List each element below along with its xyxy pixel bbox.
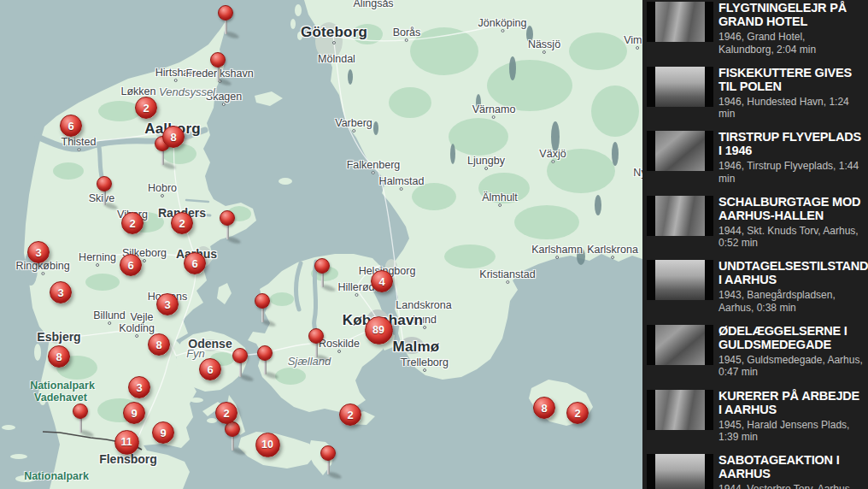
video-title: SCHALBURGTAGE MOD AARHUS-HALLEN <box>718 195 863 222</box>
map-pin[interactable] <box>320 445 336 481</box>
map-pin[interactable] <box>225 421 240 457</box>
pin-head-icon <box>232 348 248 363</box>
video-thumbnail <box>647 325 713 365</box>
video-item[interactable]: ØDELÆGGELSERNE I GULDSMEDEGADE1945, Guld… <box>647 324 868 389</box>
video-item[interactable]: FLYGTNINGELEJR PÅ GRAND HOTEL1946, Grand… <box>647 1 868 66</box>
video-still-image <box>655 454 705 489</box>
video-title: SABOTAGEAKTION I AARHUS <box>718 453 863 480</box>
video-text: TIRSTRUP FLYVEPLADS I 19461946, Tirstrup… <box>718 130 863 185</box>
video-text: SCHALBURGTAGE MOD AARHUS-HALLEN1944, Skt… <box>718 195 863 250</box>
map-pin[interactable] <box>257 345 273 381</box>
video-still-image <box>655 325 705 365</box>
video-still-image <box>655 131 705 171</box>
video-still-image <box>655 260 705 300</box>
video-item[interactable]: UNDTAGELSESTILSTAND I AARHUS1943, Banegå… <box>647 259 868 324</box>
map-cluster-marker[interactable]: 3 <box>156 293 179 315</box>
video-meta: 1943, Banegårdspladsen, Aarhus, 0:38 min <box>718 289 863 314</box>
map-cluster-marker[interactable]: 89 <box>365 316 393 345</box>
map-cluster-marker[interactable]: 4 <box>371 270 393 292</box>
video-text: SABOTAGEAKTION I AARHUS1944, Vesterbro T… <box>718 453 863 489</box>
pin-head-icon <box>218 5 233 21</box>
video-thumbnail <box>647 454 713 489</box>
map-cluster-marker[interactable]: 3 <box>27 241 50 263</box>
map-cluster-marker[interactable]: 6 <box>60 115 82 137</box>
video-text: ØDELÆGGELSERNE I GULDSMEDEGADE1945, Guld… <box>718 324 863 379</box>
pin-head-icon <box>257 345 273 361</box>
app-root: AlingsåsGöteborgMölndalBoråsJönköpingNäs… <box>0 0 868 489</box>
map-cluster-marker[interactable]: 2 <box>339 404 361 426</box>
map-cluster-marker[interactable]: 2 <box>566 402 589 424</box>
video-meta: 1945, Harald Jensens Plads, 1:39 min <box>718 419 863 444</box>
video-still-image <box>655 2 705 42</box>
video-meta: 1946, Hundested Havn, 1:24 min <box>718 96 863 121</box>
video-title: FISKEKUTTERE GIVES TIL POLEN <box>718 66 863 93</box>
map-cluster-marker[interactable]: 6 <box>199 358 221 380</box>
video-text: FLYGTNINGELEJR PÅ GRAND HOTEL1946, Grand… <box>718 1 863 56</box>
map-pin[interactable] <box>308 328 324 364</box>
pin-head-icon <box>210 52 226 68</box>
video-title: KURERER PÅ ARBEJDE I AARHUS <box>718 389 863 416</box>
video-sidebar: FLYGTNINGELEJR PÅ GRAND HOTEL1946, Grand… <box>642 0 868 489</box>
video-text: FISKEKUTTERE GIVES TIL POLEN1946, Hundes… <box>718 66 863 121</box>
pin-head-icon <box>320 445 336 461</box>
pin-head-icon <box>308 328 324 344</box>
map-cluster-marker[interactable]: 11 <box>114 430 139 455</box>
pin-head-icon <box>97 176 112 191</box>
map-cluster-marker[interactable]: 3 <box>128 376 150 398</box>
map-cluster-marker[interactable]: 2 <box>215 402 238 424</box>
video-title: ØDELÆGGELSERNE I GULDSMEDEGADE <box>718 324 863 351</box>
video-item[interactable]: FISKEKUTTERE GIVES TIL POLEN1946, Hundes… <box>647 66 868 131</box>
video-meta: 1946, Tirstrup Flyveplads, 1:44 min <box>718 160 863 185</box>
video-title: UNDTAGELSESTILSTAND I AARHUS <box>718 259 863 286</box>
video-still-image <box>655 390 705 430</box>
map-cluster-marker[interactable]: 3 <box>50 281 72 303</box>
map-pin[interactable] <box>220 210 235 246</box>
video-still-image <box>655 67 705 107</box>
map-cluster-marker[interactable]: 2 <box>135 97 157 119</box>
video-item[interactable]: SCHALBURGTAGE MOD AARHUS-HALLEN1944, Skt… <box>647 195 868 260</box>
video-meta: 1946, Grand Hotel, Kalundborg, 2:04 min <box>718 31 863 56</box>
map-cluster-marker[interactable]: 9 <box>152 421 174 444</box>
map-cluster-marker[interactable]: 2 <box>121 212 144 234</box>
map-cluster-marker[interactable]: 8 <box>162 126 185 148</box>
video-thumbnail <box>647 2 713 42</box>
pin-head-icon <box>255 293 270 309</box>
map-cluster-marker[interactable]: 6 <box>184 252 206 274</box>
map-cluster-marker[interactable]: 2 <box>171 212 193 234</box>
map-pin[interactable] <box>210 52 226 88</box>
video-meta: 1944, Skt. Knuds Torv, Aarhus, 0:52 min <box>718 225 863 250</box>
map-pin[interactable] <box>232 348 248 384</box>
video-text: UNDTAGELSESTILSTAND I AARHUS1943, Banegå… <box>718 259 863 314</box>
video-title: FLYGTNINGELEJR PÅ GRAND HOTEL <box>718 1 863 28</box>
video-item[interactable]: KURERER PÅ ARBEJDE I AARHUS1945, Harald … <box>647 389 868 454</box>
video-still-image <box>655 196 705 236</box>
map-markers-layer: 268223663388639911210248982 <box>0 0 642 489</box>
map-pin[interactable] <box>73 404 88 439</box>
map-cluster-marker[interactable]: 10 <box>255 433 280 457</box>
video-item[interactable]: TIRSTRUP FLYVEPLADS I 19461946, Tirstrup… <box>647 130 868 195</box>
video-thumbnail <box>647 260 713 300</box>
map-cluster-marker[interactable]: 8 <box>533 397 555 419</box>
map-cluster-marker[interactable]: 6 <box>120 254 142 276</box>
map-pin[interactable] <box>218 5 233 41</box>
video-thumbnail <box>647 67 713 107</box>
video-meta: 1944, Vesterbro Torv, Aarhus, <box>718 483 863 489</box>
video-text: KURERER PÅ ARBEJDE I AARHUS1945, Harald … <box>718 389 863 444</box>
map-cluster-marker[interactable]: 8 <box>148 333 170 356</box>
video-thumbnail <box>647 131 713 171</box>
video-thumbnail <box>647 196 713 236</box>
map-pin[interactable] <box>255 293 270 329</box>
map-cluster-marker[interactable]: 9 <box>123 402 145 424</box>
pin-head-icon <box>314 258 330 274</box>
map-pin[interactable] <box>314 258 330 294</box>
video-list: FLYGTNINGELEJR PÅ GRAND HOTEL1946, Grand… <box>647 1 868 489</box>
video-meta: 1945, Guldsmedegade, Aarhus, 0:47 min <box>718 354 863 379</box>
video-item[interactable]: SABOTAGEAKTION I AARHUS1944, Vesterbro T… <box>647 453 868 489</box>
video-title: TIRSTRUP FLYVEPLADS I 1946 <box>718 130 863 157</box>
map-canvas[interactable]: AlingsåsGöteborgMölndalBoråsJönköpingNäs… <box>0 0 642 489</box>
pin-head-icon <box>220 210 235 226</box>
pin-head-icon <box>73 404 88 419</box>
video-thumbnail <box>647 390 713 430</box>
map-cluster-marker[interactable]: 8 <box>48 345 70 368</box>
map-pin[interactable] <box>97 176 112 212</box>
